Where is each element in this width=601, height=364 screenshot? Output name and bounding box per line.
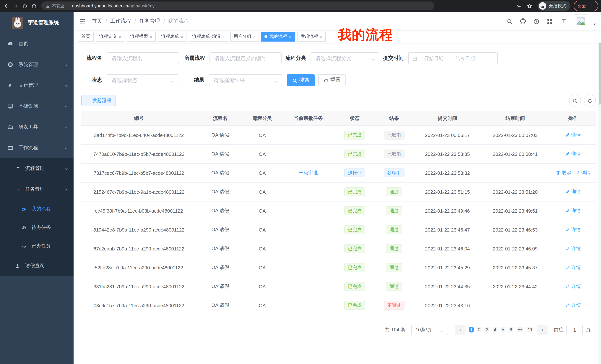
page-button-3[interactable]: 3 — [485, 327, 489, 333]
detail-action[interactable]: 详情 — [575, 170, 591, 176]
app-logo-row[interactable]: 芋道管理系统 — [0, 12, 74, 33]
detail-action[interactable]: 详情 — [565, 151, 581, 157]
search-button[interactable]: 搜索 — [287, 74, 315, 86]
detail-action[interactable]: 详情 — [565, 189, 581, 195]
cancel-action[interactable]: 取消 — [556, 170, 571, 176]
close-icon[interactable]: × — [253, 34, 256, 39]
breadcrumb-item-1[interactable]: 工作流程 — [110, 18, 131, 25]
sidebar-item-5[interactable]: 工作流程 — [0, 137, 74, 158]
scrollbar[interactable] — [598, 12, 601, 364]
sidebar-item-0[interactable]: 首页 — [0, 33, 74, 54]
close-icon[interactable]: × — [119, 34, 121, 39]
app-title: 芋道管理系统 — [28, 19, 59, 26]
close-icon[interactable]: × — [289, 34, 291, 39]
page-button-1[interactable]: 1 — [469, 327, 473, 333]
close-icon[interactable]: × — [181, 34, 183, 39]
fullscreen-icon[interactable] — [546, 18, 552, 25]
column-header: 流程分类 — [244, 111, 280, 126]
tab-5[interactable]: 用户分组× — [230, 32, 259, 41]
star-icon[interactable] — [527, 3, 532, 9]
status-select[interactable] — [107, 74, 178, 86]
show-search-button[interactable] — [569, 95, 581, 106]
key-icon[interactable] — [516, 3, 521, 9]
prev-page-button[interactable]: ‹ — [455, 325, 466, 335]
address-bar[interactable]: 不安全 dashboard.yudao.iocoder.cn/bpm/task/… — [41, 1, 434, 10]
browser-menu-icon[interactable]: ⋮ — [590, 3, 594, 9]
detail-action[interactable]: 详情 — [565, 226, 581, 233]
result-select[interactable] — [209, 74, 282, 86]
breadcrumb-item-0[interactable]: 首页 — [92, 18, 102, 25]
url-path: /bpm/task/my — [128, 3, 155, 9]
sidebar-item-8[interactable]: 我的流程 — [0, 200, 74, 218]
collapse-menu-icon — [80, 18, 86, 25]
sidebar-item-9[interactable]: 待办任务 — [0, 218, 74, 237]
detail-action[interactable]: 详情 — [565, 245, 581, 252]
sidebar-item-label: 支付管理 — [19, 82, 38, 89]
collapse-menu-icon[interactable] — [80, 18, 86, 25]
detail-action[interactable]: 详情 — [565, 302, 581, 309]
browser-reload-icon[interactable] — [22, 3, 28, 9]
breadcrumb-item-2[interactable]: 任务管理 — [139, 18, 160, 25]
tab-0[interactable]: 首页 — [78, 32, 94, 41]
page-size-select[interactable]: 10条/页 — [411, 325, 448, 335]
browser-forward-icon[interactable] — [13, 3, 19, 9]
detail-action[interactable]: 详情 — [565, 207, 581, 214]
cell-name: OA 请假 — [197, 258, 244, 277]
yen-icon: ¥ — [7, 83, 13, 88]
tabs-bar: 首页流程定义×流程模型×流程表单×流程表单-编辑×用户分组×我的流程×发起流程× — [74, 30, 601, 43]
chevron-down-icon[interactable] — [593, 20, 597, 27]
sidebar-item-7[interactable]: 任务管理 — [0, 179, 74, 200]
tab-6[interactable]: 我的流程× — [261, 32, 295, 41]
sidebar-item-4[interactable]: 研发工具 — [0, 116, 74, 137]
close-icon[interactable]: × — [320, 34, 322, 39]
sidebar-item-11[interactable]: 请假查询 — [0, 255, 74, 276]
category-select[interactable] — [311, 52, 379, 64]
tab-7[interactable]: 发起流程× — [297, 32, 326, 41]
detail-action[interactable]: 详情 — [565, 264, 581, 271]
reset-button[interactable]: 重置 — [318, 74, 346, 86]
page-button-2[interactable]: 2 — [477, 327, 481, 333]
tab-4[interactable]: 流程表单-编辑× — [189, 32, 228, 41]
detail-action[interactable]: 详情 — [565, 283, 581, 290]
page-ellipsis[interactable]: ••• — [517, 327, 523, 333]
goto-page-input[interactable] — [566, 325, 583, 335]
tab-1[interactable]: 流程定义× — [96, 32, 125, 41]
sidebar-item-6[interactable]: 流程管理 — [0, 158, 74, 179]
task-link[interactable]: 一级审批 — [299, 170, 318, 175]
page-button-6[interactable]: 6 — [509, 327, 513, 333]
create-process-button[interactable]: 发起流程 — [81, 95, 116, 106]
sidebar-item-2[interactable]: ¥支付管理 — [0, 75, 74, 96]
date-range-picker[interactable]: - — [408, 52, 498, 64]
font-size-icon[interactable]: тT — [559, 18, 567, 25]
process-def-input[interactable] — [210, 52, 281, 64]
chevron-down-icon — [440, 328, 444, 334]
close-icon[interactable]: × — [150, 34, 152, 39]
sidebar-item-3[interactable]: 基础设施 — [0, 96, 74, 116]
tab-3[interactable]: 流程表单× — [158, 32, 187, 41]
page-button-11[interactable]: 11 — [527, 327, 533, 333]
page-button-4[interactable]: 4 — [493, 327, 497, 333]
github-icon[interactable] — [520, 18, 526, 25]
tab-2[interactable]: 流程模型× — [127, 32, 156, 41]
update-button[interactable]: 更新 ⋮ — [574, 1, 598, 11]
main-area: 首页/工作流程/任务管理/我的流程 тT 我的流程 首页流程定义×流程模型×流程… — [74, 12, 601, 364]
process-name-input[interactable] — [107, 52, 179, 64]
browser-back-icon[interactable] — [4, 3, 9, 9]
help-icon[interactable] — [533, 18, 539, 25]
edit-icon — [565, 284, 570, 289]
start-date-input[interactable] — [420, 53, 448, 63]
end-date-input[interactable] — [451, 53, 479, 63]
page-button-5[interactable]: 5 — [501, 327, 505, 333]
browser-home-icon[interactable] — [31, 3, 37, 9]
close-icon[interactable]: × — [222, 34, 225, 39]
search-icon[interactable] — [507, 18, 513, 25]
sidebar-item-1[interactable]: 系统管理 — [0, 54, 74, 75]
security-status[interactable]: 不安全 — [46, 3, 64, 9]
table-row: 7470a810-7b9b-11ec-b5b7-acde48001122OA 请… — [81, 144, 596, 163]
avatar[interactable] — [574, 14, 588, 28]
refresh-table-button[interactable] — [584, 95, 596, 106]
next-page-button[interactable]: › — [537, 325, 548, 335]
sidebar-item-10[interactable]: 已办任务 — [0, 237, 74, 255]
detail-action[interactable]: 详情 — [565, 132, 581, 138]
cell-status: 已完成 — [336, 258, 373, 277]
